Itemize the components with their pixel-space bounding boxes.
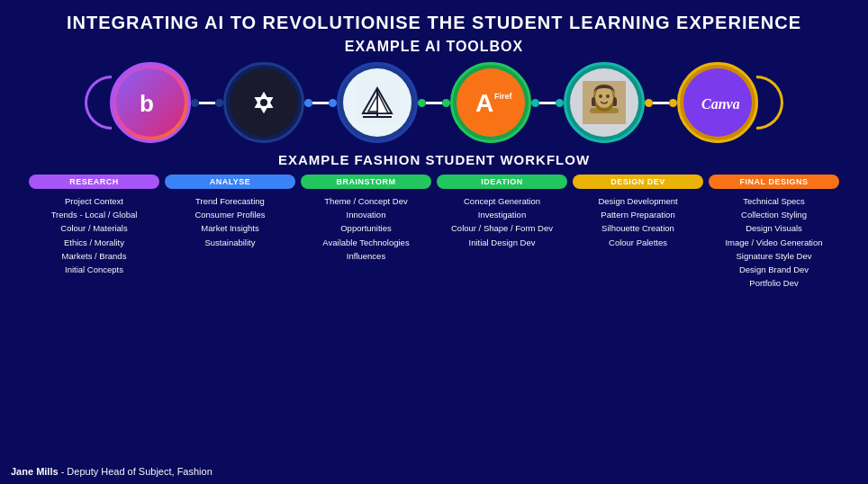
tool-chatgpt [223,62,304,143]
bing-icon: b [132,85,168,121]
workflow-col-research: RESEARCH Project Context Trends - Local … [29,175,159,290]
midjourney-icon [356,81,399,124]
svg-point-15 [599,94,602,98]
workflow-col-analyse: ANALYSE Trend Forecasting Consumer Profi… [165,175,295,290]
tool-canva: Canva [677,62,758,143]
workflow-title: EXAMPLE FASHION STUDENT WORKFLOW [0,152,868,167]
badge-designdev: DESIGN DEV [573,175,703,189]
footer-role: - Deputy Head of Subject, Fashion [61,466,212,477]
svg-rect-17 [590,108,619,113]
right-curve-connector [756,76,783,130]
aiimage-icon [583,81,626,124]
toolbox-title: EXAMPLE AI TOOLBOX [0,39,868,55]
final-items: Technical Specs Collection Styling Desig… [725,194,822,290]
connector-4 [531,99,564,107]
analyse-items: Trend Forecasting Consumer Profiles Mark… [194,194,265,249]
svg-text:Firefly: Firefly [494,92,512,101]
toolbox-row: b [0,62,868,143]
brainstorm-items: Theme / Concept Dev Innovation Opportuni… [322,194,409,263]
svg-point-16 [606,94,610,98]
badge-ideation: IDEATION [437,175,567,189]
svg-point-2 [260,99,267,106]
workflow-col-final: FINAL DESIGNS Technical Specs Collection… [709,175,839,290]
tool-bing: b [110,62,191,143]
svg-text:b: b [140,90,154,117]
svg-point-14 [595,86,613,108]
workflow-col-ideation: IDEATION Concept Generation Investigatio… [437,175,567,290]
badge-brainstorm: BRAINSTORM [301,175,431,189]
firefly-icon: A Firefly [469,81,512,124]
connector-3 [418,99,450,107]
tool-aiimage [564,62,645,143]
left-curve-connector [85,76,112,130]
badge-final: FINAL DESIGNS [709,175,839,189]
canva-icon: Canva [696,81,739,124]
connector-1 [191,99,223,107]
svg-text:Canva: Canva [701,96,739,112]
workflow-row: RESEARCH Project Context Trends - Local … [0,175,868,290]
badge-analyse: ANALYSE [165,175,295,189]
workflow-col-designdev: DESIGN DEV Design Development Pattern Pr… [573,175,703,290]
workflow-col-brainstorm: BRAINSTORM Theme / Concept Dev Innovatio… [301,175,431,290]
connector-2 [304,99,337,107]
badge-research: RESEARCH [29,175,159,189]
ideation-items: Concept Generation Investigation Colour … [451,194,553,249]
tool-midjourney [337,62,418,143]
tool-firefly: A Firefly [450,62,531,143]
chatgpt-icon [243,82,285,123]
main-title: INTEGRATING AI TO REVOLUTIONISE THE STUD… [0,0,868,33]
footer-name: Jane Mills [11,466,59,477]
research-items: Project Context Trends - Local / Global … [51,194,138,276]
designdev-items: Design Development Pattern Preparation S… [598,194,677,249]
footer: Jane Mills - Deputy Head of Subject, Fas… [11,466,212,477]
connector-5 [645,99,677,107]
svg-text:A: A [475,89,493,117]
